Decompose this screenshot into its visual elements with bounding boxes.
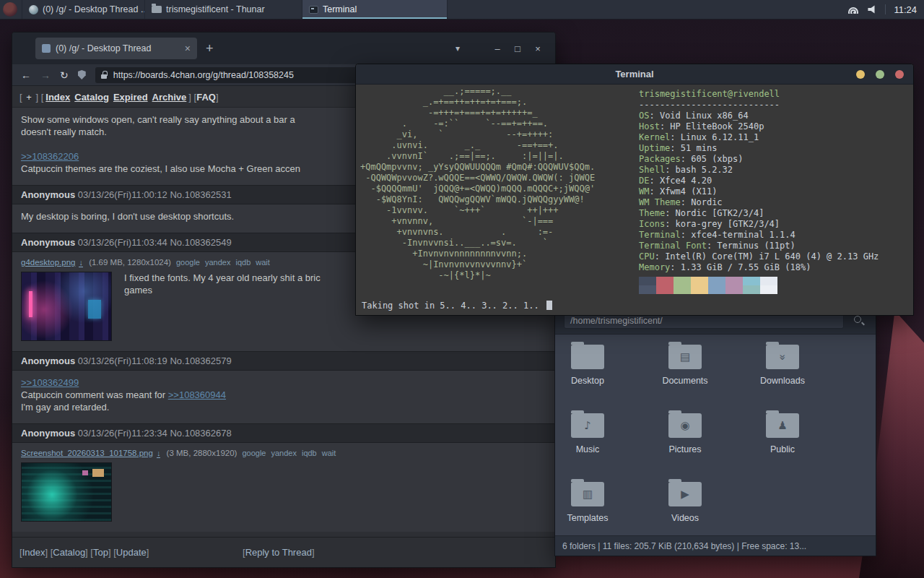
back-button[interactable]: ←: [21, 70, 31, 80]
terminal-close-button[interactable]: [895, 70, 904, 79]
browser-minimize-button[interactable]: –: [487, 43, 507, 54]
post-number[interactable]: No.108362579: [170, 355, 231, 366]
documents-folder-icon: ▤: [668, 345, 702, 369]
nav-expand-link[interactable]: +: [26, 92, 32, 103]
palette-swatch: [708, 285, 725, 294]
neofetch-label: Icons: [639, 219, 665, 229]
neofetch-entry: Theme: Nordic [GTK2/3/4]: [639, 208, 879, 219]
terminal-minimize-button[interactable]: [856, 70, 865, 79]
terminal-window: Terminal __.;=====;.__ _.=+==++=++=+=+==…: [355, 64, 914, 316]
footer-link-update[interactable]: Update: [116, 547, 147, 558]
file-search-link-wait[interactable]: wait: [322, 449, 336, 457]
taskbar-button-0-g-desktop-thread[interactable]: (0) /g/ - Desktop Thread ...: [22, 0, 144, 19]
neofetch-value: : Terminus (11pt): [707, 241, 796, 251]
neofetch-label: Packages: [639, 154, 681, 164]
palette-row: [639, 285, 879, 294]
file-item-desktop[interactable]: Desktop: [555, 337, 620, 405]
quote-link[interactable]: >>108362499: [21, 377, 79, 388]
reload-button[interactable]: ↻: [60, 70, 69, 80]
footer-link-top[interactable]: Top: [93, 547, 108, 558]
file-search-link-wait[interactable]: wait: [256, 258, 270, 267]
post-number[interactable]: No.108362678: [170, 428, 231, 439]
browser-maximize-button[interactable]: □: [507, 43, 528, 54]
palette-swatch: [743, 285, 760, 294]
nav-link-expired[interactable]: Expired: [113, 92, 148, 103]
file-item-videos[interactable]: ▶Videos: [653, 474, 718, 535]
nav-link-index[interactable]: Index: [45, 92, 70, 103]
neofetch-value: : kora-grey [GTK2/3/4]: [665, 219, 780, 229]
clock[interactable]: 11:24: [894, 4, 917, 15]
new-tab-button[interactable]: +: [206, 42, 214, 55]
post-text-segment: I fixed the fonts. My 4 year old nearly …: [124, 272, 321, 283]
volume-icon[interactable]: [868, 5, 877, 14]
panel-separator: [885, 4, 886, 14]
palette-swatch: [674, 285, 691, 294]
post-number[interactable]: No.108362549: [170, 237, 231, 248]
post-content: [21, 462, 546, 522]
post-text-segment: My desktop is boring, I don't use deskto…: [21, 211, 234, 222]
panel-status-area: 11:24: [848, 4, 924, 15]
shield-icon[interactable]: [78, 70, 86, 79]
file-item-downloads[interactable]: »Downloads: [750, 337, 815, 405]
taskbar-button-trismegistificent-thunar[interactable]: trismegistificent - Thunar: [144, 0, 302, 19]
download-icon[interactable]: ↓: [79, 258, 83, 267]
terminal-title-bar[interactable]: Terminal: [356, 64, 913, 85]
neofetch-value: : 1.33 GiB / 7.55 GiB (18%): [670, 262, 811, 272]
reply-to-thread-link[interactable]: Reply to Thread: [245, 547, 312, 558]
url-text: https://boards.4chan.org/g/thread/108358…: [113, 70, 294, 80]
browser-close-button[interactable]: ×: [528, 43, 548, 54]
lock-icon: [101, 71, 108, 79]
tab-list-chevron-icon[interactable]: ▾: [456, 43, 460, 53]
file-search-link-iqdb[interactable]: iqdb: [235, 258, 250, 267]
quote-link[interactable]: >>108362206: [21, 151, 79, 162]
neofetch-entry: OS: Void Linux x86_64: [639, 111, 879, 121]
neofetch-entry: WM: Xfwm4 (X11): [639, 186, 879, 197]
terminal-maximize-button[interactable]: [876, 70, 884, 79]
file-link[interactable]: Screenshot_20260313_101758.png: [21, 449, 153, 457]
quote-link[interactable]: >>108360944: [168, 389, 226, 400]
file-item-music[interactable]: ♪Music: [555, 405, 620, 474]
post-line: I fixed the fonts. My 4 year old nearly …: [124, 272, 321, 284]
post-thumbnail[interactable]: [21, 462, 112, 522]
nav-link-archive[interactable]: Archive: [152, 92, 187, 103]
file-item-label: Desktop: [571, 376, 604, 386]
download-icon[interactable]: ↓: [157, 449, 161, 458]
file-search-link-google[interactable]: google: [176, 258, 200, 267]
taskbar-button-terminal[interactable]: Terminal: [302, 0, 448, 19]
wifi-icon[interactable]: [848, 6, 860, 14]
forward-button[interactable]: →: [40, 70, 51, 80]
post-text-segment: games: [124, 285, 152, 296]
browser-tab[interactable]: (0) /g/ - Desktop Thread ×: [35, 38, 197, 59]
file-item-pictures[interactable]: ◉Pictures: [653, 405, 718, 474]
terminal-body[interactable]: __.;=====;.__ _.=+==++=++=+=+===;. -=+++…: [356, 85, 913, 315]
nav-link-catalog[interactable]: Catalog: [74, 92, 109, 103]
app-menu-icon[interactable]: [3, 2, 17, 17]
post-thumbnail[interactable]: [21, 272, 112, 341]
file-item-templates[interactable]: ▥Templates: [555, 474, 620, 535]
neofetch-user-host: trismegistificent@rivendell: [639, 89, 879, 100]
neofetch-entry: Icons: kora-grey [GTK2/3/4]: [639, 219, 879, 230]
post-number[interactable]: No.108362531: [170, 189, 231, 200]
desktop-folder-icon: [571, 345, 604, 369]
file-meta: (3 MB, 2880x1920): [164, 449, 237, 457]
file-manager-window-icon: [152, 6, 162, 13]
palette-swatch: [743, 277, 760, 285]
post-body: >>108362499Catpuccin comment was meant f…: [12, 371, 555, 423]
file-item-public[interactable]: ♟Public: [750, 405, 815, 474]
file-search-link-iqdb[interactable]: iqdb: [302, 449, 317, 457]
pictures-folder-icon-glyph: ◉: [680, 420, 689, 431]
footer-link-catalog[interactable]: Catalog: [53, 547, 85, 558]
file-manager-window: /home/trismegistificent/ Desktop▤Documen…: [554, 306, 876, 556]
neofetch-label: Kernel: [639, 132, 670, 142]
neofetch-value: : xfce4-terminal 1.1.4: [681, 230, 796, 240]
file-search-link-yandex[interactable]: yandex: [205, 258, 230, 267]
terminal-cursor: [546, 301, 552, 310]
nav-link-faq[interactable]: FAQ: [196, 92, 216, 103]
file-item-documents[interactable]: ▤Documents: [653, 337, 718, 405]
file-link[interactable]: g4desktop.png: [21, 258, 75, 267]
footer-link-index[interactable]: Index: [22, 547, 45, 558]
file-search-link-yandex[interactable]: yandex: [271, 449, 296, 457]
file-search-link-google[interactable]: google: [242, 449, 266, 457]
neofetch-label: Theme: [639, 208, 665, 218]
tab-close-icon[interactable]: ×: [185, 43, 191, 53]
